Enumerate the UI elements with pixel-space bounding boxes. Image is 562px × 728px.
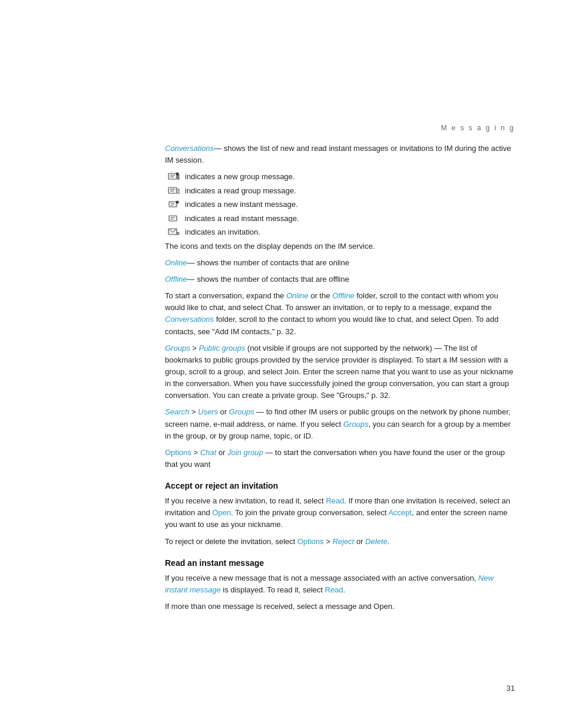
new-group-msg-text: indicates a new group message. xyxy=(185,171,295,183)
offline-desc: — shows the number of contacts that are … xyxy=(187,275,349,284)
accept-para1: If you receive a new invitation, to read… xyxy=(165,495,515,531)
icon-row-read-instant: indicates a read instant message. xyxy=(165,213,515,225)
page-number: 31 xyxy=(507,684,515,693)
read-link1: Read xyxy=(326,496,344,505)
chapter-title: M e s s a g i n g xyxy=(441,124,515,132)
invitation-icon xyxy=(167,227,180,238)
offline-paragraph: Offline— shows the number of contacts th… xyxy=(165,274,515,285)
svg-marker-8 xyxy=(177,189,179,194)
start-conv-text2: or the xyxy=(309,291,332,300)
groups-link: Groups xyxy=(165,344,190,353)
read-para1: If you receive a new message that is not… xyxy=(165,572,515,596)
accept-para2: To reject or delete the invitation, sele… xyxy=(165,536,515,548)
online-paragraph: Online— shows the number of contacts tha… xyxy=(165,257,515,269)
accept-p2-sep: > xyxy=(324,537,333,546)
accept-p2-or: or xyxy=(354,537,365,546)
start-conv-offline: Offline xyxy=(332,291,355,300)
accept-p2-end: . xyxy=(388,537,390,546)
read-instant-msg-text: indicates a read instant message. xyxy=(185,213,299,225)
groups-paragraph: Groups > Public groups (not visible if g… xyxy=(165,342,515,402)
content-area: M e s s a g i n g Conversations— shows t… xyxy=(165,0,515,664)
start-conversation-paragraph: To start a conversation, expand the Onli… xyxy=(165,290,515,338)
conversations-paragraph: Conversations— shows the list of new and… xyxy=(165,143,515,166)
start-conv-text1: To start a conversation, expand the xyxy=(165,291,286,300)
open-link1: Open xyxy=(212,508,231,517)
online-desc: — shows the number of contacts that are … xyxy=(187,258,349,267)
accept-p1-text3: . To join the private group conversation… xyxy=(231,508,388,517)
delete-link: Delete xyxy=(365,537,388,546)
start-conv-online: Online xyxy=(286,291,309,300)
read-instant-message-icon xyxy=(167,213,180,224)
join-group-link: Join group xyxy=(227,448,263,457)
icon-row-read-group: indicates a read group message. xyxy=(165,185,515,197)
online-link: Online xyxy=(165,258,187,267)
accept-link: Accept xyxy=(388,508,412,517)
start-conv-text4: folder, scroll to the contact to whom yo… xyxy=(165,315,498,335)
search-or: or xyxy=(218,407,229,416)
icon-row-new-instant: indicates a new instant message. xyxy=(165,199,515,210)
options-link2: Options xyxy=(297,537,324,546)
icon-row-new-group: indicates a new group message. xyxy=(165,171,515,183)
chapter-header: M e s s a g i n g xyxy=(165,124,515,132)
accept-p2-text1: To reject or delete the invitation, sele… xyxy=(165,537,297,546)
icons-note: The icons and texts on the display depen… xyxy=(165,241,515,252)
users-link: Users xyxy=(198,407,218,416)
new-instant-msg-text: indicates a new instant message. xyxy=(185,199,298,210)
offline-link: Offline xyxy=(165,275,187,284)
accept-section-heading: Accept or reject an invitation xyxy=(165,481,515,490)
read-link2: Read xyxy=(325,585,343,594)
search-link: Search xyxy=(165,407,189,416)
svg-point-4 xyxy=(176,173,179,176)
read-para2: If more than one message is received, se… xyxy=(165,601,515,612)
reject-link: Reject xyxy=(332,537,354,546)
invitation-text: indicates an invitation. xyxy=(185,226,260,238)
search-sep: > xyxy=(189,407,198,416)
new-instant-message-icon xyxy=(167,199,180,210)
icon-row-invitation: indicates an invitation. xyxy=(165,226,515,238)
start-conv-conversations: Conversations xyxy=(165,315,214,324)
read-group-msg-text: indicates a read group message. xyxy=(185,185,296,197)
svg-rect-13 xyxy=(169,216,177,221)
read-section-heading: Read an instant message xyxy=(165,558,515,568)
public-groups-link: Public groups xyxy=(199,344,245,353)
svg-rect-5 xyxy=(168,187,177,193)
read-p1-text2: is displayed. To read it, select xyxy=(221,585,325,594)
options-paragraph: Options > Chat or Join group — to start … xyxy=(165,447,515,470)
options-link: Options xyxy=(165,448,191,457)
svg-rect-0 xyxy=(168,173,177,179)
search-groups-link: Groups xyxy=(343,420,369,429)
options-sep: > xyxy=(191,448,200,457)
conversations-link[interactable]: Conversations xyxy=(165,144,214,153)
read-p1-end: . xyxy=(343,585,346,594)
options-or: or xyxy=(216,448,227,457)
chat-link: Chat xyxy=(200,448,216,457)
page: M e s s a g i n g Conversations— shows t… xyxy=(0,0,562,728)
groups-sep: > xyxy=(190,344,199,353)
accept-p1-text1: If you receive a new invitation, to read… xyxy=(165,496,326,505)
new-group-message-icon xyxy=(167,172,180,182)
groups-link2: Groups xyxy=(229,407,254,416)
conversations-desc: — shows the list of new and read instant… xyxy=(165,144,511,164)
search-paragraph: Search > Users or Groups — to find other… xyxy=(165,406,515,442)
svg-point-12 xyxy=(176,201,179,204)
read-group-message-icon xyxy=(167,186,180,196)
svg-rect-9 xyxy=(169,202,177,207)
read-p1-text1: If you receive a new message that is not… xyxy=(165,574,478,582)
